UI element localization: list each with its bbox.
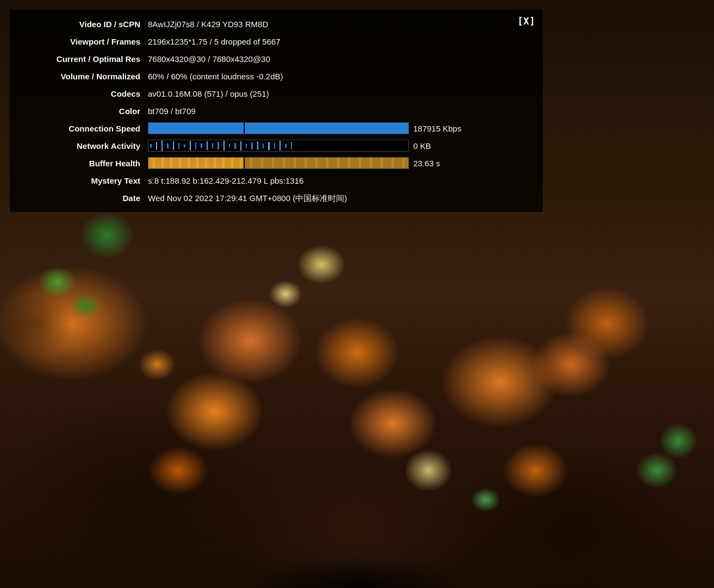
video-id-value: 8AwIJZj07s8 / K429 YD93 RM8D [148,18,535,30]
network-activity-value: 0 KB [413,140,484,152]
network-spike [162,140,163,151]
buffer-seg2 [245,158,408,168]
network-spike [280,141,281,151]
codecs-label: Codecs [17,88,148,99]
connection-speed-bar-container: 187915 Kbps [148,122,484,134]
volume-value: 60% / 60% (content loudness -0.2dB) [148,71,535,82]
codecs-value: av01.0.16M.08 (571) / opus (251) [148,88,535,99]
network-spike [207,141,208,150]
network-spike [240,141,241,151]
viewport-value: 2196x1235*1.75 / 5 dropped of 5667 [148,36,535,47]
network-spike [246,144,247,148]
buffer-seg1 [148,158,244,168]
date-row: Date Wed Nov 02 2022 17:29:41 GMT+0800 (… [17,189,535,207]
video-id-row: Video ID / sCPN 8AwIJZj07s8 / K429 YD93 … [17,15,535,33]
buffer-health-label: Buffer Health [17,158,148,169]
connection-speed-value: 187915 Kbps [413,123,484,134]
network-spike [234,143,236,149]
network-spike [274,143,275,149]
mystery-text-row: Mystery Text s:8 t:188.92 b:162.429-212.… [17,172,535,189]
network-spike [251,142,253,149]
network-spike [156,142,157,150]
codecs-row: Codecs av01.0.16M.08 (571) / opus (251) [17,85,535,102]
network-spike [201,143,202,148]
color-label: Color [17,105,148,117]
network-spike [212,143,213,148]
network-spike [268,142,270,150]
resolution-value: 7680x4320@30 / 7680x4320@30 [148,53,535,65]
network-spike [173,141,174,150]
network-spike [223,141,225,151]
network-spike [218,142,219,149]
resolution-row: Current / Optimal Res 7680x4320@30 / 768… [17,50,535,67]
connection-speed-fill2 [245,123,408,134]
network-spike [195,142,196,149]
volume-label: Volume / Normalized [17,71,148,82]
volume-row: Volume / Normalized 60% / 60% (content l… [17,67,535,85]
buffer-health-bar-container: 23.63 s [148,157,484,169]
date-value: Wed Nov 02 2022 17:29:41 GMT+0800 (中国标准时… [148,192,535,204]
network-spike [167,143,169,148]
date-label: Date [17,192,148,204]
network-spike [184,145,185,147]
mystery-text-label: Mystery Text [17,175,148,186]
network-spike [263,143,264,148]
network-activity-bar [148,140,409,152]
connection-speed-fill1 [148,123,244,134]
buffer-health-value: 23.63 s [413,158,484,169]
network-spike [190,141,191,151]
buffer-health-bar [148,157,409,169]
viewport-row: Viewport / Frames 2196x1235*1.75 / 5 dro… [17,33,535,50]
network-spike [178,143,179,149]
connection-speed-row: Connection Speed 187915 Kbps [17,120,535,137]
stats-panel: [X] Video ID / sCPN 8AwIJZj07s8 / K429 Y… [10,10,543,212]
network-activity-label: Network Activity [17,140,148,152]
network-activity-row: Network Activity 0 KB [17,137,535,154]
network-spike [285,144,287,148]
color-row: Color bt709 / bt709 [17,102,535,120]
video-id-label: Video ID / sCPN [17,18,148,30]
mystery-text-value: s:8 t:188.92 b:162.429-212.479 L pbs:131… [148,175,535,186]
color-value: bt709 / bt709 [148,105,535,117]
network-spike [229,144,230,147]
network-spike [257,141,258,150]
buffer-health-row: Buffer Health 23.63 s [17,154,535,172]
connection-speed-label: Connection Speed [17,123,148,134]
network-spike [150,144,152,148]
viewport-label: Viewport / Frames [17,36,148,47]
close-button[interactable]: [X] [517,15,535,27]
connection-speed-bar [148,122,409,134]
network-activity-bar-container: 0 KB [148,140,484,152]
resolution-label: Current / Optimal Res [17,53,148,65]
network-spike [291,142,292,149]
